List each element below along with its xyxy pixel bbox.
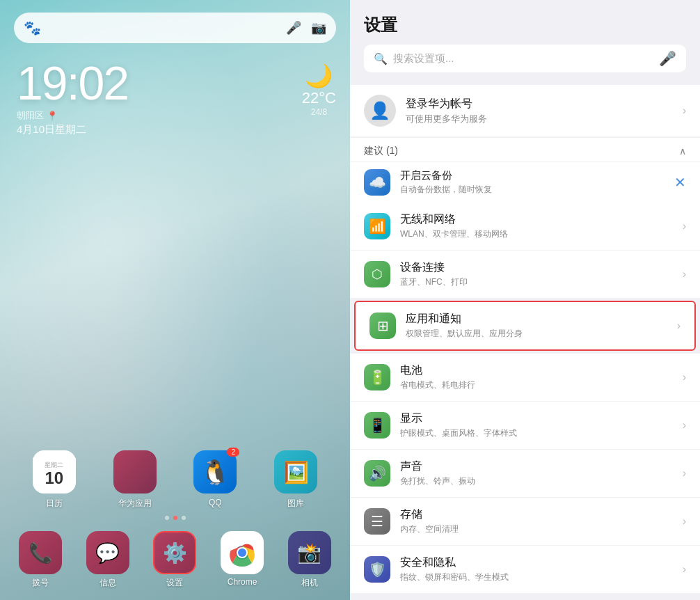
phone-app-icon: 📞: [19, 531, 62, 574]
settings-item-bluetooth[interactable]: ⬡ 设备连接 蓝牙、NFC、打印 ›: [350, 251, 700, 298]
security-chevron: ›: [683, 563, 686, 576]
messages-icon: 💬: [86, 531, 129, 574]
security-name: 安全和隐私: [400, 555, 673, 570]
app-item-gallery[interactable]: 🖼️ 图库: [268, 450, 324, 510]
wifi-chevron: ›: [683, 220, 686, 232]
qq-icon: 🐧 2: [193, 450, 237, 494]
suggestion-desc: 自动备份数据，随时恢复: [400, 184, 665, 196]
account-name: 登录华为帐号: [406, 97, 673, 111]
phone-search-bar[interactable]: 🐾 🎤 📷: [14, 13, 336, 43]
display-name: 显示: [400, 411, 673, 426]
sound-chevron: ›: [683, 467, 686, 480]
settings-label: 设置: [166, 577, 183, 589]
chrome-icon: [221, 531, 264, 574]
search-bar-left: 🐾: [24, 19, 41, 36]
settings-panel: 设置 🔍 搜索设置项... 🎤 👤 登录华为帐号 可使用更多华为服务 › 建议 …: [350, 0, 700, 600]
battery-chevron: ›: [683, 371, 686, 384]
storage-icon: ☰: [364, 508, 390, 535]
dot-1: [165, 516, 169, 520]
suggestion-collapse-icon[interactable]: ∧: [679, 145, 686, 157]
qq-badge: 2: [227, 448, 239, 457]
clock-time: 19:02: [17, 59, 128, 106]
account-chevron-right: ›: [683, 104, 686, 117]
calendar-label: 日历: [46, 498, 63, 510]
settings-header: 设置 🔍 搜索设置项... 🎤: [350, 0, 700, 79]
app-item-calendar[interactable]: 星期二 10 日历: [26, 450, 82, 510]
dot-indicator: [0, 516, 350, 520]
sound-name: 声音: [400, 459, 673, 474]
storage-desc: 内存、空间清理: [400, 523, 673, 535]
clock-location: 朝阳区 📍: [17, 109, 128, 122]
calendar-day: 10: [45, 470, 64, 487]
account-desc: 可使用更多华为服务: [406, 113, 673, 125]
bluetooth-name: 设备连接: [400, 260, 673, 275]
weather-temp: 22°C: [302, 89, 336, 107]
avatar: 👤: [364, 95, 396, 127]
settings-item-apps[interactable]: ⊞ 应用和通知 权限管理、默认应用、应用分身 ›: [354, 301, 696, 351]
camera-search-icon[interactable]: 📷: [311, 20, 326, 35]
suggestion-title: 建议 (1): [364, 145, 398, 157]
settings-list: 📶 无线和网络 WLAN、双卡管理、移动网络 › ⬡ 设备连接 蓝牙、NFC、打…: [350, 203, 700, 600]
settings-item-storage[interactable]: ☰ 存储 内存、空间清理 ›: [350, 498, 700, 545]
battery-text: 电池 省电模式、耗电排行: [400, 363, 673, 391]
bluetooth-chevron: ›: [683, 268, 686, 281]
settings-search-bar[interactable]: 🔍 搜索设置项... 🎤: [364, 45, 686, 72]
dot-3: [182, 516, 186, 520]
clock-area: 19:02 朝阳区 📍 4月10日星期二: [17, 59, 128, 136]
settings-item-battery[interactable]: 🔋 电池 省电模式、耗电排行 ›: [350, 354, 700, 401]
bluetooth-text: 设备连接 蓝牙、NFC、打印: [400, 260, 673, 288]
display-icon: 📱: [364, 412, 390, 439]
storage-chevron: ›: [683, 515, 686, 528]
huawei-label: 华为应用: [118, 498, 152, 510]
voice-search-icon[interactable]: 🎤: [659, 50, 676, 67]
weather-range: 24/8: [302, 107, 336, 117]
app-item-qq[interactable]: 🐧 2 QQ: [187, 450, 243, 510]
settings-search-input[interactable]: 搜索设置项...: [393, 52, 653, 65]
gallery-label: 图库: [287, 498, 304, 510]
wifi-text: 无线和网络 WLAN、双卡管理、移动网络: [400, 212, 673, 240]
suggestion-text: 开启云备份 自动备份数据，随时恢复: [400, 169, 665, 196]
suggestion-header: 建议 (1) ∧: [350, 138, 700, 161]
phone-dock: 📞 拨号 💬 信息 ⚙️ 设置: [0, 531, 350, 589]
calendar-icon: 星期二 10: [33, 450, 76, 494]
dock-item-phone[interactable]: 📞 拨号: [13, 531, 68, 589]
apps-chevron: ›: [677, 319, 681, 332]
dock-item-chrome[interactable]: Chrome: [214, 531, 270, 589]
weather-icon: 🌙: [302, 63, 336, 89]
settings-item-display[interactable]: 📱 显示 护眼模式、桌面风格、字体样式 ›: [350, 402, 700, 449]
gallery-icon: 🖼️: [274, 450, 317, 494]
settings-item-sound[interactable]: 🔊 声音 免打扰、铃声、振动 ›: [350, 450, 700, 497]
security-icon: 🛡️: [364, 556, 390, 583]
chrome-label: Chrome: [228, 577, 257, 587]
storage-name: 存储: [400, 507, 673, 522]
bluetooth-icon: ⬡: [364, 261, 390, 287]
suggestion-item-backup[interactable]: ☁️ 开启云备份 自动备份数据，随时恢复 ✕: [350, 161, 700, 203]
search-bar-right: 🎤 📷: [286, 20, 326, 35]
mic-icon[interactable]: 🎤: [286, 20, 301, 35]
settings-item-security[interactable]: 🛡️ 安全和隐私 指纹、锁屏和密码、学生模式 ›: [350, 546, 700, 593]
dock-item-settings[interactable]: ⚙️ 设置: [147, 531, 202, 589]
search-icon: 🔍: [374, 52, 388, 65]
dock-item-camera[interactable]: 📸 相机: [282, 531, 337, 589]
clock-date: 4月10日星期二: [17, 123, 128, 136]
settings-icon: ⚙️: [153, 531, 196, 574]
battery-name: 电池: [400, 363, 673, 378]
sound-text: 声音 免打扰、铃声、振动: [400, 459, 673, 487]
account-section[interactable]: 👤 登录华为帐号 可使用更多华为服务 ›: [350, 85, 700, 136]
svg-point-3: [238, 548, 246, 557]
phone-app-label: 拨号: [32, 577, 49, 589]
sound-icon: 🔊: [364, 460, 390, 487]
settings-item-wifi[interactable]: 📶 无线和网络 WLAN、双卡管理、移动网络 ›: [350, 203, 700, 250]
calendar-week: 星期二: [33, 458, 76, 470]
bluetooth-desc: 蓝牙、NFC、打印: [400, 276, 673, 288]
dock-item-messages[interactable]: 💬 信息: [80, 531, 136, 589]
weather-widget: 🌙 22°C 24/8: [302, 63, 336, 117]
sound-desc: 免打扰、铃声、振动: [400, 475, 673, 487]
app-item-huawei[interactable]: 华为应用: [107, 450, 163, 510]
display-desc: 护眼模式、桌面风格、字体样式: [400, 427, 673, 439]
battery-desc: 省电模式、耗电排行: [400, 379, 673, 391]
phone-screen: 🐾 🎤 📷 19:02 朝阳区 📍 4月10日星期二 🌙 22°C 24/8 星…: [0, 0, 350, 600]
paw-icon: 🐾: [24, 19, 41, 36]
camera-app-icon: 📸: [288, 531, 331, 574]
suggestion-close-icon[interactable]: ✕: [674, 174, 686, 191]
